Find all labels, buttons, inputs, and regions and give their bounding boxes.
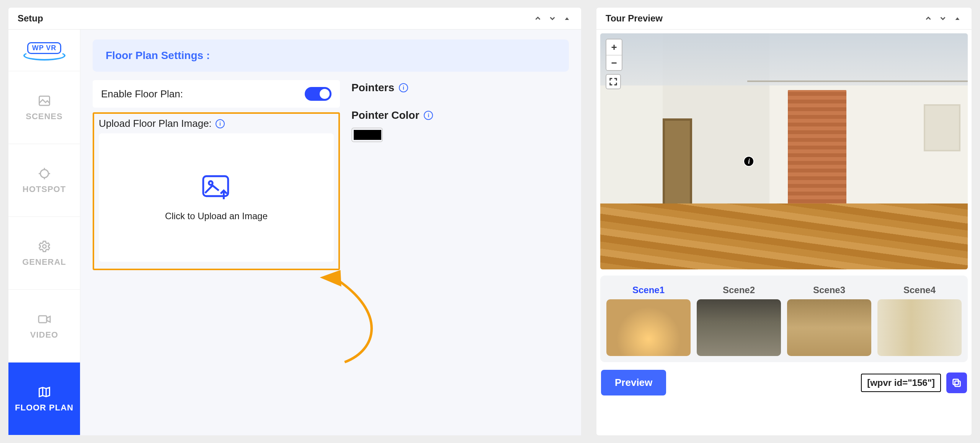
svg-rect-17 <box>955 381 960 386</box>
setup-title: Setup <box>18 13 43 24</box>
scene-label: Scene1 <box>632 285 665 295</box>
setup-sidebar: WP VR SCENES HOTSPOT GENERAL <box>8 30 80 435</box>
image-icon <box>38 94 51 108</box>
scene-thumb <box>787 299 871 356</box>
setup-toggle-icon[interactable] <box>562 13 572 23</box>
pointer-color-label: Pointer Color <box>351 109 419 121</box>
sidebar-label-general: GENERAL <box>22 257 66 267</box>
svg-marker-9 <box>47 316 50 322</box>
video-icon <box>38 312 51 326</box>
wpvr-logo: WP VR <box>8 30 80 71</box>
setup-panel: Setup WP VR <box>8 8 581 435</box>
pointers-info-icon[interactable]: i <box>399 83 408 92</box>
upload-floorplan-area[interactable]: Click to Upload an Image <box>99 133 334 262</box>
section-title: Floor Plan Settings : <box>106 49 210 61</box>
fullscreen-button[interactable] <box>606 74 621 89</box>
preview-panel-header: Tour Preview <box>596 8 972 30</box>
fullscreen-icon <box>609 77 617 86</box>
target-icon <box>38 167 51 180</box>
svg-point-7 <box>42 244 46 248</box>
sidebar-item-video[interactable]: VIDEO <box>8 290 80 363</box>
setup-expand-down-icon[interactable] <box>547 13 557 23</box>
scene-card-4[interactable]: Scene4 <box>877 285 962 356</box>
preview-expand-down-icon[interactable] <box>938 13 948 23</box>
panorama-viewer[interactable]: + − i <box>600 33 968 269</box>
zoom-in-button[interactable]: + <box>606 39 622 55</box>
copy-icon <box>951 377 962 388</box>
svg-marker-0 <box>565 17 569 20</box>
scene-card-3[interactable]: Scene3 <box>787 285 871 356</box>
preview-collapse-up-icon[interactable] <box>923 13 933 23</box>
svg-point-2 <box>40 169 48 177</box>
preview-toggle-icon[interactable] <box>952 13 962 23</box>
preview-title: Tour Preview <box>606 13 663 24</box>
preview-button[interactable]: Preview <box>601 370 666 395</box>
pointer-color-info-icon[interactable]: i <box>424 111 433 120</box>
upload-floorplan-highlight: Upload Floor Plan Image: i <box>93 112 340 270</box>
shortcode-text[interactable]: [wpvr id="156"] <box>861 374 941 392</box>
enable-floorplan-label: Enable Floor Plan: <box>101 88 183 100</box>
logo-text: WP VR <box>27 42 62 54</box>
scene-label: Scene3 <box>813 285 845 295</box>
upload-floorplan-label: Upload Floor Plan Image: <box>99 118 212 130</box>
scene-thumb <box>606 299 691 356</box>
svg-point-14 <box>209 181 213 185</box>
gear-icon <box>38 240 51 253</box>
sidebar-item-scenes[interactable]: SCENES <box>8 71 80 144</box>
svg-marker-10 <box>39 387 49 397</box>
svg-marker-15 <box>320 270 341 287</box>
svg-marker-16 <box>956 17 960 20</box>
setup-collapse-up-icon[interactable] <box>533 13 543 23</box>
floorplan-settings-content: Floor Plan Settings : Enable Floor Plan: <box>80 30 581 435</box>
scene-label: Scene2 <box>723 285 755 295</box>
scene-card-2[interactable]: Scene2 <box>697 285 781 356</box>
pointers-header: Pointers <box>351 82 394 94</box>
sidebar-item-hotspot[interactable]: HOTSPOT <box>8 144 80 217</box>
annotation-arrow <box>307 263 399 362</box>
upload-info-icon[interactable]: i <box>216 119 225 128</box>
zoom-out-button[interactable]: − <box>606 55 622 70</box>
setup-panel-header: Setup <box>8 8 581 30</box>
upload-cta-text: Click to Upload an Image <box>165 211 268 222</box>
sidebar-label-video: VIDEO <box>30 330 58 340</box>
sidebar-label-hotspot: HOTSPOT <box>23 184 66 194</box>
pointer-color-swatch[interactable] <box>351 128 383 142</box>
svg-rect-18 <box>953 379 959 384</box>
copy-shortcode-button[interactable] <box>946 372 967 393</box>
map-icon <box>38 385 51 399</box>
enable-floorplan-toggle[interactable] <box>305 87 332 101</box>
scene-thumb <box>697 299 781 356</box>
sidebar-label-scenes: SCENES <box>26 112 62 121</box>
upload-image-icon <box>201 174 231 203</box>
enable-floorplan-row: Enable Floor Plan: <box>93 80 340 108</box>
sidebar-label-floorplan: FLOOR PLAN <box>15 403 74 413</box>
scene-thumbnails: Scene1 Scene2 Scene3 Scene4 <box>600 276 968 362</box>
sidebar-item-general[interactable]: GENERAL <box>8 217 80 290</box>
zoom-controls: + − <box>606 39 622 71</box>
scene-card-1[interactable]: Scene1 <box>606 285 691 356</box>
tour-preview-panel: Tour Preview <box>596 8 972 435</box>
scene-label: Scene4 <box>903 285 936 295</box>
svg-rect-8 <box>39 316 47 323</box>
pointer-color-value <box>354 130 381 140</box>
sidebar-item-floorplan[interactable]: FLOOR PLAN <box>8 363 80 435</box>
scene-thumb <box>877 299 962 356</box>
section-title-bar: Floor Plan Settings : <box>93 39 569 72</box>
